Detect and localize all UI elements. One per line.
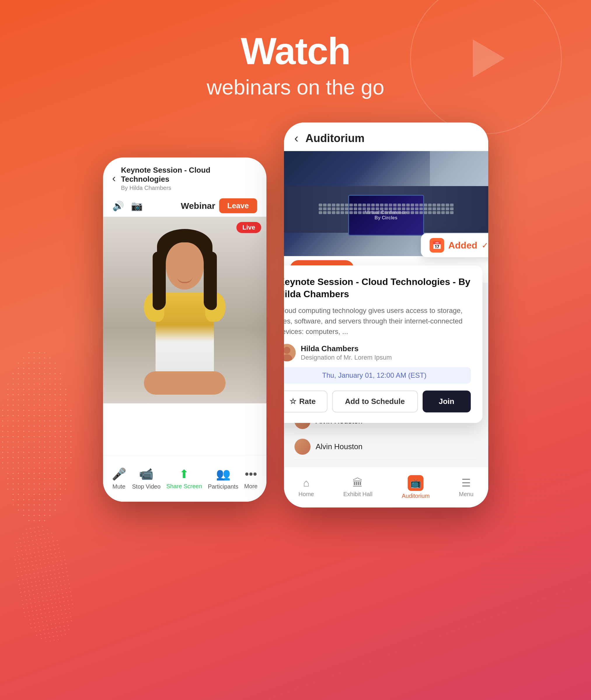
sound-icon[interactable]: 🔊 [112,201,124,212]
bg-wave-left [8,521,80,645]
speaker-info: Hilda Chambers Designation of Mr. Lorem … [284,344,471,361]
added-text: Added [448,240,477,251]
auditorium-nav-icon: 📺 [410,478,421,488]
nav-auditorium[interactable]: 📺 Auditorium [402,475,430,499]
star-icon: ☆ [289,397,296,406]
home-icon: ⌂ [303,477,309,489]
arms [144,371,225,395]
session-title: Keynote Session - Cloud Technologies - B… [284,276,471,300]
added-check-icon: ✓ [481,241,488,250]
added-calendar-icon: 📅 [430,238,444,253]
left-session-subtitle: By Hilda Chambers [121,185,257,191]
nav-exhibit-hall[interactable]: 🏛 Exhibit Hall [343,477,373,497]
nav-menu[interactable]: ☰ Menu [459,477,473,497]
left-toolbar: 🔊 📷 Webinar Leave [103,196,266,217]
right-header: ‹ Auditorium [284,123,488,151]
menu-label: Menu [459,491,473,497]
participants-label: Participants [208,483,239,490]
right-bottom-nav: ⌂ Home 🏛 Exhibit Hall 📺 Auditorium ☰ Men… [284,467,488,508]
face [166,242,204,290]
more-button[interactable]: ••• More [244,468,258,490]
attendee-name-2: Alvin Houston [316,442,363,451]
hero-subtitle: webinars on the go [0,75,591,99]
attendee-avatar-2 [294,439,311,455]
leave-button[interactable]: Leave [219,198,257,213]
speaker-avatar [284,344,296,361]
live-badge: Live [237,222,261,233]
participants-icon: 👥 [216,467,231,481]
phone-left: ‹ Keynote Session - Cloud Technologies B… [103,157,266,502]
speaker-designation: Designation of Mr. Lorem Ipsum [301,354,392,361]
auditorium-nav-label: Auditorium [402,493,430,499]
hero-title: Watch [0,32,591,70]
session-datetime: Thu, January 01, 12:00 AM (EST) [284,367,471,384]
video-person [103,217,266,403]
phones-container: ‹ Keynote Session - Cloud Technologies B… [0,123,591,508]
participants-button[interactable]: 👥 Participants [208,467,239,490]
phone-right: ‹ Auditorium Virtual ConferenceBy Circle… [284,123,488,508]
phone-bottom-bar: 🎤 Mute 📹 Stop Video ⬆ Share Screen 👥 Par… [103,455,266,502]
home-label: Home [299,491,314,497]
video-icon: 📹 [139,467,153,481]
mute-icon: 🎤 [112,467,126,481]
added-badge: 📅 Added ✓ [421,233,488,257]
hair-right [204,252,217,310]
rate-label: Rate [299,397,316,406]
auditorium-nav-box: 📺 [408,475,423,491]
hero-section: Watch webinars on the go [0,0,591,99]
share-screen-icon: ⬆ [179,467,189,481]
smile [177,277,192,283]
session-actions: ☆ Rate Add to Schedule Join [284,391,471,412]
session-description: Cloud computing technology gives users a… [284,305,471,337]
exhibit-label: Exhibit Hall [343,491,373,497]
speaker-details: Hilda Chambers Designation of Mr. Lorem … [301,344,392,361]
speaker-name: Hilda Chambers [301,344,392,353]
more-label: More [244,483,258,490]
phone-left-header: ‹ Keynote Session - Cloud Technologies B… [103,157,266,196]
share-screen-button[interactable]: ⬆ Share Screen [167,467,202,490]
more-icon: ••• [245,468,257,481]
list-item: Alvin Houston [294,434,478,460]
join-button[interactable]: Join [422,391,471,412]
hair-left [153,252,166,310]
menu-icon: ☰ [461,477,471,489]
add-to-schedule-button[interactable]: Add to Schedule [332,391,418,412]
camera-icon[interactable]: 📷 [131,201,143,212]
video-area: Live [103,217,266,403]
left-back-button[interactable]: ‹ [112,173,116,184]
share-screen-label: Share Screen [167,483,202,490]
left-session-title: Keynote Session - Cloud Technologies [121,166,257,184]
rate-button[interactable]: ☆ Rate [284,391,327,412]
right-back-button[interactable]: ‹ [294,131,299,145]
stop-video-button[interactable]: 📹 Stop Video [132,467,161,490]
exhibit-icon: 🏛 [352,477,363,489]
nav-home[interactable]: ⌂ Home [299,477,314,497]
mute-button[interactable]: 🎤 Mute [112,467,126,490]
session-card: Keynote Session - Cloud Technologies - B… [284,265,482,423]
stop-video-label: Stop Video [132,483,161,490]
auditorium-title: Auditorium [306,132,365,145]
presenter-figure [138,234,232,403]
left-title-block: Keynote Session - Cloud Technologies By … [121,166,257,191]
mute-label: Mute [112,483,125,490]
webinar-label: Webinar [181,201,215,211]
